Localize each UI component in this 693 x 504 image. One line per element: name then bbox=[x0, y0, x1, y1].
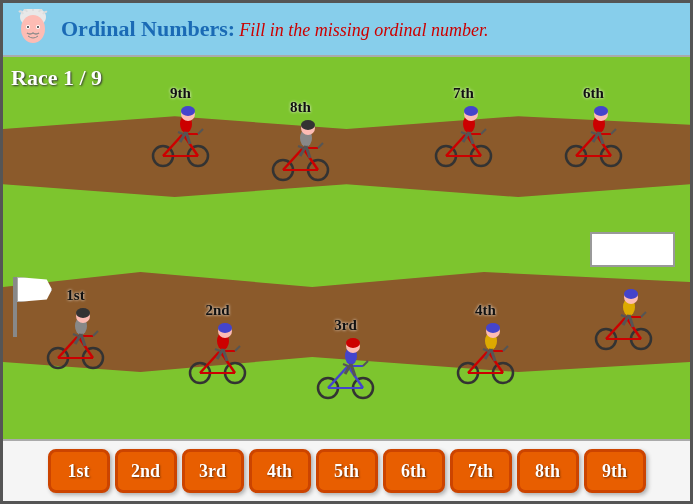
svg-line-69 bbox=[93, 331, 98, 336]
svg-line-28 bbox=[298, 146, 303, 148]
cyclist-label-4th: 4th bbox=[475, 302, 496, 319]
svg-point-17 bbox=[181, 106, 195, 116]
svg-point-87 bbox=[218, 323, 232, 333]
svg-point-4 bbox=[27, 26, 29, 28]
answer-btn-9th[interactable]: 9th bbox=[584, 449, 646, 493]
cyclist-label-9th: 9th bbox=[170, 85, 191, 102]
svg-point-129 bbox=[624, 289, 638, 299]
svg-line-125 bbox=[641, 312, 646, 317]
cyclist-label-2nd: 2nd bbox=[205, 302, 229, 319]
answer-btn-2nd[interactable]: 2nd bbox=[115, 449, 177, 493]
cyclist-6th: 6th bbox=[561, 85, 626, 169]
svg-point-45 bbox=[464, 106, 478, 116]
answer-input-box[interactable] bbox=[590, 232, 675, 267]
cyclist-7th: 7th bbox=[431, 85, 496, 169]
cyclist-3rd: 3rd bbox=[313, 317, 378, 401]
svg-line-55 bbox=[611, 129, 616, 134]
answer-btn-6th[interactable]: 6th bbox=[383, 449, 445, 493]
svg-line-98 bbox=[343, 364, 348, 366]
svg-line-83 bbox=[235, 346, 240, 351]
svg-point-73 bbox=[76, 308, 90, 318]
header: Ordinal Numbers: Fill in the missing ord… bbox=[3, 3, 690, 57]
svg-point-31 bbox=[301, 120, 315, 130]
cyclist-label-7th: 7th bbox=[453, 85, 474, 102]
race-label: Race 1 / 9 bbox=[11, 65, 102, 91]
answer-buttons-bar: 1st 2nd 3rd 4th 5th 6th 7th 8th 9th bbox=[3, 439, 690, 501]
cyclist-4th: 4th bbox=[453, 302, 518, 386]
svg-line-84 bbox=[215, 349, 220, 351]
cyclist-figure-6th bbox=[561, 104, 626, 169]
main-container: Ordinal Numbers: Fill in the missing ord… bbox=[0, 0, 693, 504]
cyclist-figure-2nd bbox=[185, 321, 250, 386]
svg-line-42 bbox=[461, 132, 466, 134]
svg-line-126 bbox=[621, 315, 626, 317]
svg-point-5 bbox=[37, 26, 39, 28]
cyclist-label-1st: 1st bbox=[66, 287, 84, 304]
cyclist-label-8th: 8th bbox=[290, 99, 311, 116]
svg-point-101 bbox=[346, 338, 360, 348]
cyclist-2nd: 2nd bbox=[185, 302, 250, 386]
cyclist-figure-3rd bbox=[313, 336, 378, 401]
answer-btn-8th[interactable]: 8th bbox=[517, 449, 579, 493]
flag-pole bbox=[13, 277, 17, 337]
cyclist-figure-8th bbox=[268, 118, 333, 183]
header-title: Ordinal Numbers: bbox=[61, 16, 235, 41]
answer-btn-3rd[interactable]: 3rd bbox=[182, 449, 244, 493]
header-subtitle: Fill in the missing ordinal number. bbox=[239, 20, 488, 40]
svg-line-70 bbox=[73, 334, 78, 336]
race-area: Race 1 / 9 9th bbox=[3, 57, 690, 439]
cyclist-label-6th: 6th bbox=[583, 85, 604, 102]
answer-btn-4th[interactable]: 4th bbox=[249, 449, 311, 493]
svg-line-97 bbox=[363, 361, 368, 366]
svg-line-27 bbox=[318, 143, 323, 148]
svg-point-59 bbox=[594, 106, 608, 116]
svg-line-13 bbox=[198, 129, 203, 134]
svg-line-112 bbox=[483, 349, 488, 351]
svg-line-56 bbox=[591, 132, 596, 134]
cyclist-figure-4th bbox=[453, 321, 518, 386]
cyclist-figure-9th bbox=[148, 104, 213, 169]
svg-line-111 bbox=[503, 346, 508, 351]
svg-line-14 bbox=[178, 132, 183, 134]
answer-btn-7th[interactable]: 7th bbox=[450, 449, 512, 493]
cyclist-figure-7th bbox=[431, 104, 496, 169]
svg-point-115 bbox=[486, 323, 500, 333]
cyclist-label-3rd: 3rd bbox=[334, 317, 357, 334]
cyclist-8th: 8th bbox=[268, 99, 333, 183]
mascot-icon bbox=[13, 9, 53, 49]
svg-point-1 bbox=[21, 15, 45, 43]
cyclist-1st: 1st bbox=[43, 287, 108, 371]
cyclist-9th: 9th bbox=[148, 85, 213, 169]
cyclist-5th bbox=[591, 287, 656, 352]
svg-line-41 bbox=[481, 129, 486, 134]
header-text: Ordinal Numbers: Fill in the missing ord… bbox=[61, 16, 489, 42]
answer-btn-1st[interactable]: 1st bbox=[48, 449, 110, 493]
answer-btn-5th[interactable]: 5th bbox=[316, 449, 378, 493]
cyclist-figure-1st bbox=[43, 306, 108, 371]
cyclist-figure-5th bbox=[591, 287, 656, 352]
